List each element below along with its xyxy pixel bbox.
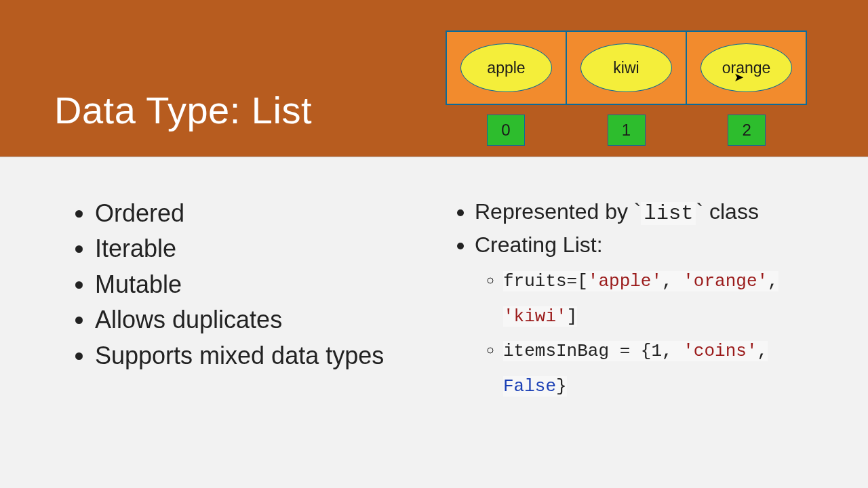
text: ` class bbox=[696, 199, 758, 224]
list-diagram: apple kiwi orange 0 1 2 bbox=[446, 30, 807, 146]
list-item-ellipse: apple bbox=[460, 43, 552, 92]
tok-string: 'apple' bbox=[588, 271, 662, 291]
index-slot: 1 bbox=[566, 115, 687, 146]
list-item-ellipse: kiwi bbox=[580, 43, 672, 92]
slide-title: Data Type: List bbox=[54, 88, 312, 132]
tok: itemsInBag = { bbox=[503, 341, 651, 361]
index-box: 2 bbox=[728, 115, 766, 146]
list-item: Supports mixed data types bbox=[95, 339, 454, 373]
code-example: fruits=['apple', 'orange', 'kiwi'] bbox=[503, 264, 821, 333]
list-cell: kiwi bbox=[567, 32, 687, 104]
tok-string: 'kiwi' bbox=[503, 306, 567, 327]
code-line: fruits=['apple', 'orange', 'kiwi'] bbox=[503, 271, 778, 326]
list-item: Ordered bbox=[95, 197, 454, 230]
tok: , bbox=[662, 271, 683, 291]
slide-header: Data Type: List apple kiwi orange 0 1 2 bbox=[0, 0, 868, 157]
tok: , bbox=[662, 341, 683, 361]
index-slot: 0 bbox=[446, 115, 566, 146]
creating-list-item: Creating List: fruits=['apple', 'orange'… bbox=[475, 230, 821, 403]
index-box: 0 bbox=[487, 115, 525, 146]
list-cell: orange bbox=[687, 32, 806, 104]
list-item-ellipse: orange bbox=[701, 43, 792, 92]
details-list: Represented by `list` class Creating Lis… bbox=[454, 197, 821, 403]
tok: ] bbox=[567, 306, 578, 327]
code-inline: list bbox=[641, 202, 696, 225]
text: Represented by ` bbox=[475, 199, 641, 224]
tok: , bbox=[768, 271, 778, 291]
list-cells-row: apple kiwi orange bbox=[446, 30, 807, 105]
tok-string: 'orange' bbox=[683, 271, 768, 291]
code-line: itemsInBag = {1, 'coins', False} bbox=[503, 341, 768, 396]
code-example: itemsInBag = {1, 'coins', False} bbox=[503, 333, 821, 403]
right-column: Represented by `list` class Creating Lis… bbox=[454, 197, 821, 405]
left-column: Ordered Iterable Mutable Allows duplicat… bbox=[75, 197, 454, 405]
tok: } bbox=[556, 376, 567, 396]
tok-keyword: False bbox=[503, 376, 556, 396]
tok: 1 bbox=[651, 341, 662, 361]
tok: fruits=[ bbox=[503, 271, 588, 291]
index-box: 1 bbox=[608, 115, 646, 146]
list-item: Mutable bbox=[95, 268, 454, 302]
represented-by-item: Represented by `list` class bbox=[475, 197, 821, 228]
properties-list: Ordered Iterable Mutable Allows duplicat… bbox=[75, 197, 454, 373]
tok-string: 'coins' bbox=[683, 341, 757, 361]
slide-body: Ordered Iterable Mutable Allows duplicat… bbox=[0, 157, 868, 405]
list-indices-row: 0 1 2 bbox=[446, 115, 807, 146]
examples-list: fruits=['apple', 'orange', 'kiwi'] items… bbox=[475, 264, 821, 403]
list-item: Iterable bbox=[95, 232, 454, 266]
tok: , bbox=[757, 341, 768, 361]
list-item: Allows duplicates bbox=[95, 303, 454, 337]
text: Creating List: bbox=[475, 232, 603, 257]
list-cell: apple bbox=[447, 32, 567, 104]
index-slot: 2 bbox=[686, 115, 807, 146]
